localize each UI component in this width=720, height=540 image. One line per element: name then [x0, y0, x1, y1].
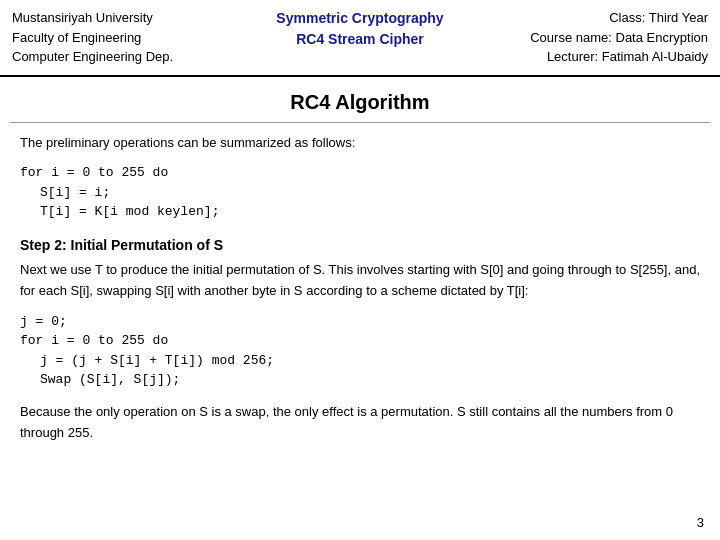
final-body: Because the only operation on S is a swa… [20, 402, 700, 444]
code2-line-4: Swap (S[i], S[j]); [40, 370, 700, 390]
code-block-1: for i = 0 to 255 do S[i] = i; T[i] = K[i… [20, 163, 700, 222]
class-info: Class: Third Year [476, 8, 708, 28]
page-number: 3 [697, 515, 704, 530]
step2-body: Next we use T to produce the initial per… [20, 260, 700, 302]
header-center: Symmetric Cryptography RC4 Stream Cipher [244, 8, 476, 50]
subject-subtitle: RC4 Stream Cipher [244, 29, 476, 50]
lecturer-info: Lecturer: Fatimah Al-Ubaidy [476, 47, 708, 67]
course-info: Course name: Data Encryption [476, 28, 708, 48]
faculty-name: Faculty of Engineering [12, 28, 244, 48]
university-name: Mustansiriyah University [12, 8, 244, 28]
code2-line-1: j = 0; [20, 312, 700, 332]
page-header: Mustansiriyah University Faculty of Engi… [0, 0, 720, 77]
page-title: RC4 Algorithm [10, 91, 710, 114]
header-right: Class: Third Year Course name: Data Encr… [476, 8, 708, 67]
code-line-2: S[i] = i; [40, 183, 700, 203]
code2-line-3: j = (j + S[i] + T[i]) mod 256; [40, 351, 700, 371]
intro-text: The preliminary operations can be summar… [20, 133, 700, 154]
step2-heading: Step 2: Initial Permutation of S [20, 234, 700, 256]
code-line-3: T[i] = K[i mod keylen]; [40, 202, 700, 222]
subject-title: Symmetric Cryptography [244, 8, 476, 29]
code-block-2: j = 0; for i = 0 to 255 do j = (j + S[i]… [20, 312, 700, 390]
page-title-section: RC4 Algorithm [10, 77, 710, 123]
department-name: Computer Engineering Dep. [12, 47, 244, 67]
main-content: The preliminary operations can be summar… [0, 123, 720, 464]
code-line-1: for i = 0 to 255 do [20, 163, 700, 183]
code2-line-2: for i = 0 to 255 do [20, 331, 700, 351]
header-left: Mustansiriyah University Faculty of Engi… [12, 8, 244, 67]
